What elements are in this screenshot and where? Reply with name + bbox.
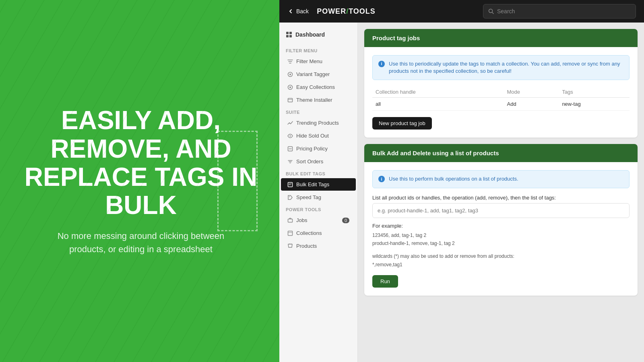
back-button[interactable]: Back <box>287 8 309 14</box>
bulk-edit-section-label: Bulk Edit Tags <box>279 168 357 178</box>
bulk-operations-input[interactable] <box>372 203 630 218</box>
row-tags: new-tag <box>559 98 630 111</box>
power-tools-section-label: Power Tools <box>279 204 357 214</box>
hide-sold-out-label: Hide Sold Out <box>296 133 329 139</box>
sidebar: Dashboard Filter Menu Filter Menu Varian… <box>279 23 358 362</box>
left-marketing-area: EASILY ADD, REMOVE, AND REPLACE TAGS IN … <box>0 0 282 362</box>
products-icon <box>287 243 293 249</box>
svg-point-12 <box>290 135 291 136</box>
example-lines: 123456, add, tag-1, tag 2 product-handle… <box>372 231 630 248</box>
content-panel: Product tag jobs i Use this to periodica… <box>358 23 644 362</box>
wildcard-example: *,remove,tag1 <box>372 262 402 267</box>
product-tag-jobs-body: i Use this to periodically update the ta… <box>364 47 638 138</box>
sidebar-item-filter-menu[interactable]: Filter Menu <box>281 55 356 68</box>
sidebar-item-products[interactable]: Products <box>281 240 356 252</box>
speed-tag-label: Speed Tag <box>296 194 321 200</box>
app-logo: POWER/TOOLS <box>317 7 376 16</box>
svg-rect-19 <box>288 231 293 235</box>
bulk-add-delete-info: i Use this to perform bulk operations on… <box>372 170 630 188</box>
bulk-add-delete-card: Bulk Add and Delete using a list of prod… <box>364 144 638 296</box>
svg-point-17 <box>289 196 290 197</box>
collections-icon <box>287 230 293 236</box>
svg-rect-10 <box>288 98 293 102</box>
trending-icon <box>287 120 293 126</box>
easy-collections-icon <box>287 84 293 90</box>
product-tag-jobs-table: Collection handle Mode Tags all Add new-… <box>372 86 630 111</box>
sort-icon <box>287 159 293 165</box>
sidebar-item-collections[interactable]: Collections <box>281 227 356 239</box>
jobs-icon <box>287 218 293 223</box>
wildcard-title: wildcards (*) may also be used to add or… <box>372 253 514 259</box>
back-label: Back <box>296 8 309 14</box>
table-header-mode: Mode <box>504 86 559 98</box>
info-icon: i <box>378 61 385 67</box>
theme-installer-icon <box>287 97 293 103</box>
bulk-add-delete-body: i Use this to perform bulk operations on… <box>364 162 638 296</box>
sidebar-item-dashboard[interactable]: Dashboard <box>279 27 357 42</box>
product-tag-jobs-info: i Use this to periodically update the ta… <box>372 55 630 80</box>
sidebar-item-hide-sold-out[interactable]: Hide Sold Out <box>281 130 356 142</box>
sidebar-item-speed-tag[interactable]: Speed Tag <box>281 191 356 204</box>
theme-installer-label: Theme Installer <box>296 97 332 103</box>
dashed-decoration <box>217 131 258 231</box>
logo-lightning: / <box>346 7 349 15</box>
dashboard-icon <box>286 31 292 38</box>
eye-icon <box>287 133 293 139</box>
table-row: all Add new-tag <box>372 98 630 111</box>
svg-marker-16 <box>288 195 292 200</box>
easy-collections-label: Easy Collections <box>296 84 335 90</box>
dashboard-label: Dashboard <box>295 31 325 38</box>
hero-subtitle: No more messing around clicking between … <box>56 229 225 256</box>
filter-menu-section-label: Filter Menu <box>279 45 357 55</box>
svg-rect-4 <box>286 35 289 37</box>
row-collection: all <box>372 98 504 111</box>
sidebar-item-bulk-edit-tags[interactable]: Bulk Edit Tags <box>281 178 356 191</box>
bulk-edit-tags-label: Bulk Edit Tags <box>296 181 329 187</box>
product-tag-jobs-card: Product tag jobs i Use this to periodica… <box>364 29 638 138</box>
svg-point-9 <box>289 86 291 88</box>
search-placeholder: Search <box>497 8 515 14</box>
pricing-icon <box>287 146 293 152</box>
svg-point-7 <box>289 74 291 75</box>
sidebar-item-jobs[interactable]: Jobs 0 <box>281 214 356 226</box>
bulk-add-delete-header: Bulk Add and Delete using a list of prod… <box>364 144 638 162</box>
variant-tagger-icon <box>287 72 293 77</box>
products-label: Products <box>296 243 317 249</box>
row-mode: Add <box>504 98 559 111</box>
bulk-edit-icon <box>287 182 293 187</box>
jobs-badge: 0 <box>342 218 349 223</box>
variant-tagger-label: Variant Tagger <box>296 71 330 77</box>
svg-rect-5 <box>289 35 292 37</box>
svg-line-1 <box>492 12 494 14</box>
input-label: List all product ids or handles, the ope… <box>372 195 630 201</box>
new-product-tag-job-button[interactable]: New product tag job <box>372 117 432 130</box>
run-button[interactable]: Run <box>372 275 398 288</box>
product-tag-jobs-header: Product tag jobs <box>364 29 638 47</box>
sidebar-item-pricing-policy[interactable]: Pricing Policy <box>281 142 356 155</box>
back-arrow-icon <box>287 8 294 14</box>
product-tag-jobs-title: Product tag jobs <box>372 35 420 41</box>
table-header-collection: Collection handle <box>372 86 504 98</box>
table-header-tags: Tags <box>559 86 630 98</box>
product-tag-jobs-info-text: Use this to periodically update the tags… <box>389 60 623 75</box>
example-line-1: 123456, add, tag-1, tag 2 <box>372 232 426 238</box>
sidebar-item-easy-collections[interactable]: Easy Collections <box>281 81 356 93</box>
sidebar-item-sort-orders[interactable]: Sort Orders <box>281 155 356 168</box>
sort-orders-label: Sort Orders <box>296 158 323 165</box>
sidebar-item-variant-tagger[interactable]: Variant Tagger <box>281 68 356 80</box>
svg-rect-2 <box>286 32 289 34</box>
jobs-label: Jobs <box>296 217 307 223</box>
bulk-info-icon: i <box>378 176 385 182</box>
pricing-policy-label: Pricing Policy <box>296 146 328 152</box>
main-content: Dashboard Filter Menu Filter Menu Varian… <box>279 23 644 362</box>
collections-label: Collections <box>296 230 322 236</box>
search-icon <box>488 8 494 14</box>
sidebar-item-theme-installer[interactable]: Theme Installer <box>281 94 356 106</box>
search-bar[interactable]: Search <box>483 4 636 19</box>
filter-icon <box>287 59 293 64</box>
sidebar-item-trending-products[interactable]: Trending Products <box>281 117 356 129</box>
filter-menu-label: Filter Menu <box>296 58 322 64</box>
suite-section-label: Suite <box>279 107 357 116</box>
speed-tag-icon <box>287 195 293 200</box>
bulk-add-delete-info-text: Use this to perform bulk operations on a… <box>389 175 518 183</box>
